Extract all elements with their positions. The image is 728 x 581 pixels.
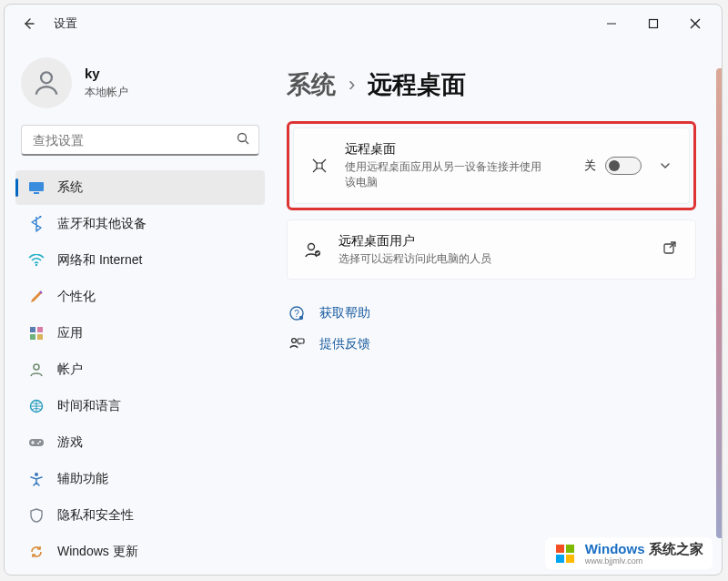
window-title: 设置 bbox=[54, 15, 77, 32]
sidebar-item-windows-update[interactable]: Windows 更新 bbox=[15, 535, 265, 569]
toggle-knob bbox=[609, 160, 620, 171]
sidebar-item-time-language[interactable]: 时间和语言 bbox=[15, 389, 265, 423]
maximize-button[interactable] bbox=[632, 9, 674, 38]
breadcrumb: 系统 › 远程桌面 bbox=[287, 68, 696, 101]
nav-list: 系统 蓝牙和其他设备 网络和 Internet 个性化 应用 bbox=[15, 170, 265, 569]
svg-point-21 bbox=[308, 243, 315, 250]
card-subtitle: 选择可以远程访问此电脑的人员 bbox=[339, 251, 648, 267]
breadcrumb-parent[interactable]: 系统 bbox=[287, 68, 336, 101]
titlebar: 设置 bbox=[5, 5, 722, 43]
arrow-left-icon bbox=[21, 16, 35, 31]
svg-rect-32 bbox=[566, 555, 574, 563]
sidebar-item-label: 个性化 bbox=[57, 289, 96, 305]
sidebar-item-personalization[interactable]: 个性化 bbox=[15, 280, 265, 314]
settings-window: 设置 ky 本地帐户 bbox=[4, 4, 723, 576]
sidebar-item-system[interactable]: 系统 bbox=[15, 170, 265, 205]
sidebar-item-apps[interactable]: 应用 bbox=[15, 316, 265, 351]
expand-button[interactable] bbox=[656, 159, 674, 172]
svg-rect-31 bbox=[556, 555, 564, 563]
search-input[interactable] bbox=[21, 125, 259, 156]
card-title: 远程桌面用户 bbox=[339, 233, 648, 250]
svg-rect-28 bbox=[298, 339, 304, 343]
feedback-icon bbox=[287, 336, 307, 352]
svg-rect-13 bbox=[37, 334, 43, 340]
wifi-icon bbox=[28, 252, 45, 269]
sidebar-item-network[interactable]: 网络和 Internet bbox=[15, 243, 265, 278]
svg-rect-20 bbox=[317, 163, 322, 168]
svg-point-9 bbox=[35, 264, 37, 266]
remote-desktop-toggle[interactable] bbox=[605, 157, 642, 175]
back-button[interactable] bbox=[19, 15, 37, 33]
sidebar-item-label: Windows 更新 bbox=[57, 544, 138, 560]
sidebar-item-label: 应用 bbox=[57, 325, 83, 341]
sidebar-item-label: 蓝牙和其他设备 bbox=[57, 216, 147, 232]
svg-rect-30 bbox=[566, 545, 574, 553]
link-feedback[interactable]: 提供反馈 bbox=[287, 336, 696, 352]
gamepad-icon bbox=[28, 434, 45, 451]
svg-rect-10 bbox=[30, 327, 35, 332]
link-label: 提供反馈 bbox=[319, 336, 370, 352]
svg-rect-11 bbox=[37, 327, 43, 332]
svg-rect-8 bbox=[34, 192, 39, 194]
watermark-brand2: 系统之家 bbox=[649, 541, 703, 556]
sidebar-item-privacy[interactable]: 隐私和安全性 bbox=[15, 498, 265, 533]
svg-point-17 bbox=[39, 441, 41, 443]
minimize-button[interactable] bbox=[591, 9, 632, 38]
link-label: 获取帮助 bbox=[319, 305, 370, 321]
card-remote-users[interactable]: 远程桌面用户 选择可以远程访问此电脑的人员 bbox=[287, 219, 696, 280]
apps-icon bbox=[28, 325, 45, 341]
sidebar-item-label: 辅助功能 bbox=[57, 471, 108, 487]
maximize-icon bbox=[648, 18, 659, 29]
open-external-button[interactable] bbox=[662, 240, 681, 259]
breadcrumb-separator: › bbox=[349, 73, 355, 97]
card-remote-desktop[interactable]: 远程桌面 使用远程桌面应用从另一设备连接并使用该电脑 关 bbox=[293, 127, 690, 204]
watermark: Windows 系统之家 www.bjjmlv.com bbox=[545, 537, 713, 569]
card-subtitle: 使用远程桌面应用从另一设备连接并使用该电脑 bbox=[345, 159, 545, 190]
svg-point-19 bbox=[35, 473, 38, 476]
close-button[interactable] bbox=[674, 9, 716, 38]
card-title: 远程桌面 bbox=[345, 141, 570, 158]
minimize-icon bbox=[606, 18, 617, 29]
chevron-down-icon bbox=[659, 159, 672, 172]
shield-icon bbox=[28, 507, 45, 524]
toggle-label: 关 bbox=[584, 158, 596, 174]
sidebar-item-label: 帐户 bbox=[57, 362, 83, 378]
user-type: 本地帐户 bbox=[85, 85, 128, 100]
svg-rect-29 bbox=[556, 545, 564, 553]
sidebar-item-label: 隐私和安全性 bbox=[57, 507, 134, 524]
open-external-icon bbox=[662, 240, 677, 255]
sidebar-item-accounts[interactable]: 帐户 bbox=[15, 352, 265, 387]
close-icon bbox=[690, 18, 701, 29]
svg-point-14 bbox=[34, 364, 39, 370]
bluetooth-icon bbox=[28, 216, 45, 232]
search-wrap bbox=[21, 125, 259, 156]
sidebar: ky 本地帐户 系统 蓝牙和其他设备 bbox=[5, 43, 268, 575]
globe-icon bbox=[28, 398, 45, 414]
sidebar-item-label: 时间和语言 bbox=[57, 398, 121, 414]
svg-text:?: ? bbox=[294, 309, 299, 319]
sidebar-item-label: 系统 bbox=[57, 179, 83, 196]
sidebar-item-bluetooth[interactable]: 蓝牙和其他设备 bbox=[15, 207, 265, 241]
highlight-annotation: 远程桌面 使用远程桌面应用从另一设备连接并使用该电脑 关 bbox=[287, 121, 696, 210]
user-name: ky bbox=[85, 66, 128, 81]
users-icon bbox=[302, 240, 324, 260]
person-outline-icon bbox=[28, 362, 45, 378]
user-panel[interactable]: ky 本地帐户 bbox=[15, 50, 265, 125]
display-icon bbox=[28, 179, 45, 196]
sidebar-item-accessibility[interactable]: 辅助功能 bbox=[15, 462, 265, 496]
svg-point-4 bbox=[41, 72, 52, 83]
svg-rect-7 bbox=[29, 182, 44, 191]
windows-logo-icon bbox=[554, 542, 578, 566]
svg-line-6 bbox=[246, 141, 249, 145]
help-icon: ? bbox=[287, 305, 307, 321]
svg-point-26 bbox=[299, 316, 303, 320]
help-links: ? 获取帮助 提供反馈 bbox=[287, 305, 696, 352]
search-icon bbox=[236, 131, 250, 149]
sidebar-item-gaming[interactable]: 游戏 bbox=[15, 425, 265, 460]
desktop-edge bbox=[716, 68, 722, 538]
svg-rect-1 bbox=[650, 20, 658, 28]
svg-point-18 bbox=[37, 443, 39, 444]
link-get-help[interactable]: ? 获取帮助 bbox=[287, 305, 696, 321]
sidebar-item-label: 游戏 bbox=[57, 434, 83, 451]
svg-rect-12 bbox=[30, 334, 35, 340]
